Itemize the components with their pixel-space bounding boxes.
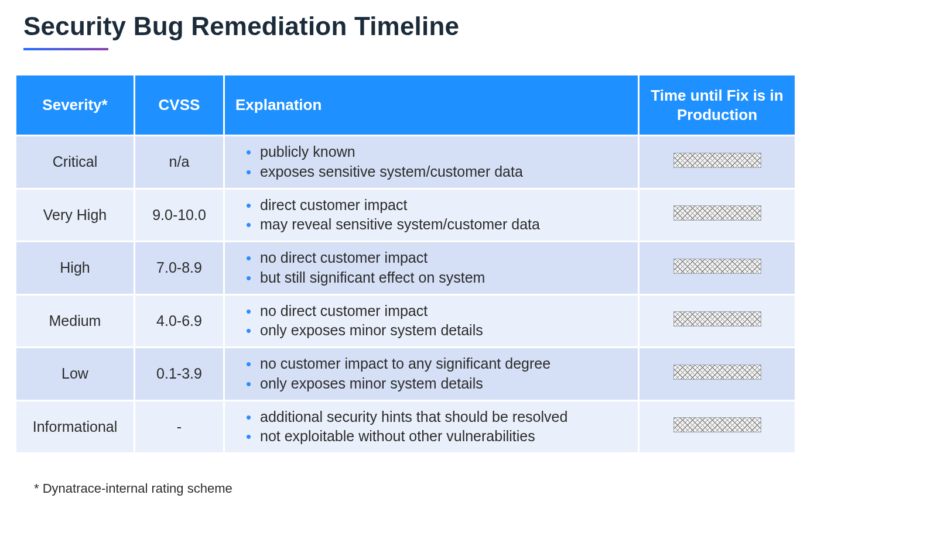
cvss-cell: 9.0-10.0 xyxy=(135,190,223,241)
redacted-block xyxy=(673,311,761,327)
col-header-cvss: CVSS xyxy=(135,75,223,135)
explanation-cell: no direct customer impact but still sign… xyxy=(225,242,638,294)
table-header-row: Severity* CVSS Explanation Time until Fi… xyxy=(16,75,795,135)
cvss-cell: - xyxy=(135,401,223,453)
explanation-item: not exploitable without other vulnerabil… xyxy=(249,427,630,446)
explanation-list: no customer impact to any significant de… xyxy=(233,354,630,394)
severity-cell: Critical xyxy=(16,136,134,188)
title-underline xyxy=(23,48,108,50)
severity-cell: High xyxy=(16,242,134,294)
time-cell xyxy=(640,348,795,400)
explanation-item: additional security hints that should be… xyxy=(249,407,630,427)
table-row: Low 0.1-3.9 no customer impact to any si… xyxy=(16,348,795,400)
explanation-item: only exposes minor system details xyxy=(249,321,630,341)
time-cell xyxy=(640,401,795,453)
cvss-cell: n/a xyxy=(135,136,223,188)
redacted-block xyxy=(673,205,761,221)
slide: Security Bug Remediation Timeline Severi… xyxy=(0,0,937,520)
explanation-cell: publicly known exposes sensitive system/… xyxy=(225,136,638,188)
cvss-cell: 4.0-6.9 xyxy=(135,296,223,347)
cvss-cell: 7.0-8.9 xyxy=(135,242,223,294)
severity-cell: Informational xyxy=(16,401,134,453)
explanation-item: exposes sensitive system/customer data xyxy=(249,162,630,182)
severity-table: Severity* CVSS Explanation Time until Fi… xyxy=(15,74,796,454)
explanation-cell: additional security hints that should be… xyxy=(225,401,638,453)
redacted-block xyxy=(673,259,761,274)
explanation-list: no direct customer impact but still sign… xyxy=(233,248,630,288)
redacted-block xyxy=(673,417,761,432)
severity-cell: Medium xyxy=(16,296,134,347)
page-title: Security Bug Remediation Timeline xyxy=(23,12,914,41)
redacted-block xyxy=(673,365,761,380)
explanation-cell: no direct customer impact only exposes m… xyxy=(225,296,638,347)
table-row: Critical n/a publicly known exposes sens… xyxy=(16,136,795,188)
footnote: * Dynatrace-internal rating scheme xyxy=(34,481,914,496)
explanation-list: no direct customer impact only exposes m… xyxy=(233,301,630,341)
explanation-list: direct customer impact may reveal sensit… xyxy=(233,195,630,235)
table-row: Medium 4.0-6.9 no direct customer impact… xyxy=(16,296,795,347)
explanation-item: no direct customer impact xyxy=(249,248,630,268)
redacted-block xyxy=(673,153,761,168)
explanation-item: publicly known xyxy=(249,142,630,162)
explanation-item: no customer impact to any significant de… xyxy=(249,354,630,374)
table-body: Critical n/a publicly known exposes sens… xyxy=(16,136,795,452)
table-row: High 7.0-8.9 no direct customer impact b… xyxy=(16,242,795,294)
col-header-time: Time until Fix is in Production xyxy=(640,75,795,135)
explanation-item: only exposes minor system details xyxy=(249,374,630,394)
severity-cell: Low xyxy=(16,348,134,400)
time-cell xyxy=(640,242,795,294)
explanation-list: additional security hints that should be… xyxy=(233,407,630,447)
table-row: Informational - additional security hint… xyxy=(16,401,795,453)
explanation-item: no direct customer impact xyxy=(249,301,630,321)
time-cell xyxy=(640,136,795,188)
col-header-severity: Severity* xyxy=(16,75,134,135)
explanation-item: may reveal sensitive system/customer dat… xyxy=(249,215,630,235)
explanation-item: direct customer impact xyxy=(249,195,630,215)
severity-cell: Very High xyxy=(16,190,134,241)
col-header-explanation: Explanation xyxy=(225,75,638,135)
time-cell xyxy=(640,190,795,241)
cvss-cell: 0.1-3.9 xyxy=(135,348,223,400)
explanation-cell: direct customer impact may reveal sensit… xyxy=(225,190,638,241)
table-row: Very High 9.0-10.0 direct customer impac… xyxy=(16,190,795,241)
explanation-item: but still significant effect on system xyxy=(249,268,630,288)
explanation-cell: no customer impact to any significant de… xyxy=(225,348,638,400)
explanation-list: publicly known exposes sensitive system/… xyxy=(233,142,630,182)
time-cell xyxy=(640,296,795,347)
